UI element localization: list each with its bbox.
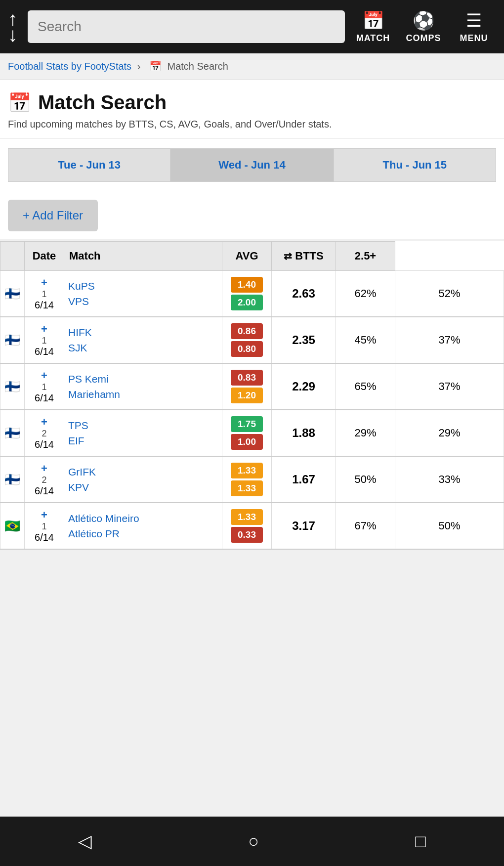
match-num-5: 1 bbox=[29, 521, 60, 532]
row-flag-2: 🇫🇮 bbox=[0, 363, 25, 410]
breadcrumb-current: 📅 Match Search bbox=[149, 61, 231, 72]
col-btts-header: ⇄ BTTS bbox=[272, 242, 336, 271]
row-over-0: 52% bbox=[395, 271, 504, 317]
comps-icon: ⚽ bbox=[413, 10, 435, 31]
match-icon: 📅 bbox=[362, 10, 384, 31]
bottom-nav: ◁ ○ □ bbox=[0, 817, 504, 866]
add-filter-button[interactable]: + Add Filter bbox=[8, 200, 98, 231]
team2-link-5[interactable]: Atlético PR bbox=[68, 526, 218, 542]
row-date-val-2: 6/14 bbox=[29, 392, 60, 404]
row-btts-5: 67% bbox=[336, 503, 395, 549]
row-date-5: + 1 6/14 bbox=[25, 503, 64, 549]
breadcrumb-separator: › bbox=[137, 61, 141, 72]
plus-btn-5[interactable]: + bbox=[29, 509, 60, 521]
row-avg-1: 2.35 bbox=[272, 317, 336, 363]
row-match-1: HIFK SJK bbox=[64, 317, 222, 363]
odds2-badge-2[interactable]: 1.20 bbox=[231, 388, 263, 403]
plus-btn-2[interactable]: + bbox=[29, 369, 60, 382]
back-button[interactable]: ◁ bbox=[78, 831, 92, 852]
row-btts-4: 50% bbox=[336, 456, 395, 503]
menu-icon: ☰ bbox=[466, 10, 482, 31]
row-odds-0: 1.40 2.00 bbox=[222, 271, 272, 317]
match-num-2: 1 bbox=[29, 382, 60, 392]
row-date-val-3: 6/14 bbox=[29, 439, 60, 450]
team1-link-4[interactable]: GrIFK bbox=[68, 464, 218, 480]
row-btts-1: 45% bbox=[336, 317, 395, 363]
row-avg-0: 2.63 bbox=[272, 271, 336, 317]
home-button[interactable]: ○ bbox=[248, 831, 259, 852]
team1-link-0[interactable]: KuPS bbox=[68, 278, 218, 294]
row-avg-4: 1.67 bbox=[272, 456, 336, 503]
row-flag-1: 🇫🇮 bbox=[0, 317, 25, 363]
match-num-3: 2 bbox=[29, 429, 60, 439]
row-btts-2: 65% bbox=[336, 363, 395, 410]
page-title-icon: 📅 bbox=[8, 92, 31, 114]
row-flag-5: 🇧🇷 bbox=[0, 503, 25, 549]
date-tab-2[interactable]: Thu - Jun 15 bbox=[334, 148, 496, 182]
search-input[interactable] bbox=[28, 10, 345, 43]
row-date-2: + 1 6/14 bbox=[25, 363, 64, 410]
row-date-1: + 1 6/14 bbox=[25, 317, 64, 363]
odds2-badge-1[interactable]: 0.80 bbox=[231, 341, 263, 357]
row-match-0: KuPS VPS bbox=[64, 271, 222, 317]
recent-button[interactable]: □ bbox=[415, 831, 426, 852]
row-date-val-5: 6/14 bbox=[29, 532, 60, 543]
plus-btn-0[interactable]: + bbox=[29, 276, 60, 289]
row-odds-2: 0.83 1.20 bbox=[222, 363, 272, 410]
team2-link-1[interactable]: SJK bbox=[68, 340, 218, 356]
row-match-5: Atlético Mineiro Atlético PR bbox=[64, 503, 222, 549]
plus-btn-3[interactable]: + bbox=[29, 416, 60, 429]
btts-arrows-icon: ⇄ bbox=[284, 250, 292, 262]
date-tab-0[interactable]: Tue - Jun 13 bbox=[8, 148, 170, 182]
row-btts-0: 62% bbox=[336, 271, 395, 317]
date-tab-1[interactable]: Wed - Jun 14 bbox=[170, 148, 333, 182]
odds2-badge-4[interactable]: 1.33 bbox=[231, 480, 263, 496]
odds1-badge-4[interactable]: 1.33 bbox=[231, 463, 263, 478]
odds2-badge-5[interactable]: 0.33 bbox=[231, 527, 263, 543]
nav-match[interactable]: 📅 MATCH bbox=[351, 10, 395, 43]
nav-comps[interactable]: ⚽ COMPS bbox=[401, 10, 446, 43]
row-avg-3: 1.88 bbox=[272, 410, 336, 456]
odds1-badge-2[interactable]: 0.83 bbox=[231, 370, 263, 386]
row-btts-3: 29% bbox=[336, 410, 395, 456]
odds2-badge-0[interactable]: 2.00 bbox=[231, 295, 263, 310]
col-flag bbox=[0, 242, 25, 271]
team2-link-0[interactable]: VPS bbox=[68, 294, 218, 309]
row-over-2: 37% bbox=[395, 363, 504, 410]
odds1-badge-0[interactable]: 1.40 bbox=[231, 277, 263, 293]
team1-link-2[interactable]: PS Kemi bbox=[68, 371, 218, 387]
col-avg-header: AVG bbox=[222, 242, 272, 271]
breadcrumb-home[interactable]: Football Stats by FootyStats bbox=[8, 61, 131, 72]
row-flag-0: 🇫🇮 bbox=[0, 271, 25, 317]
row-odds-3: 1.75 1.00 bbox=[222, 410, 272, 456]
team1-link-5[interactable]: Atlético Mineiro bbox=[68, 511, 218, 526]
nav-menu[interactable]: ☰ MENU bbox=[452, 10, 496, 43]
row-flag-4: 🇫🇮 bbox=[0, 456, 25, 503]
table-row: 🇫🇮 + 1 6/14 KuPS VPS 1.40 2.00 2.63 62% … bbox=[0, 271, 504, 317]
team1-link-1[interactable]: HIFK bbox=[68, 325, 218, 341]
odds2-badge-3[interactable]: 1.00 bbox=[231, 434, 263, 450]
plus-btn-4[interactable]: + bbox=[29, 462, 60, 475]
team2-link-3[interactable]: EIF bbox=[68, 433, 218, 449]
page-title: Match Search bbox=[38, 91, 167, 114]
row-flag-3: 🇫🇮 bbox=[0, 410, 25, 456]
header: ↑ ↓ 📅 MATCH ⚽ COMPS ☰ MENU bbox=[0, 0, 504, 53]
page-subtitle: Find upcoming matches by BTTS, CS, AVG, … bbox=[8, 119, 496, 130]
plus-btn-1[interactable]: + bbox=[29, 323, 60, 336]
col-match-header: Match bbox=[64, 242, 222, 271]
table-row: 🇫🇮 + 1 6/14 PS Kemi Mariehamn 0.83 1.20 … bbox=[0, 363, 504, 410]
row-over-1: 37% bbox=[395, 317, 504, 363]
sort-icon[interactable]: ↑ ↓ bbox=[8, 11, 18, 43]
row-date-val-1: 6/14 bbox=[29, 346, 60, 357]
odds1-badge-3[interactable]: 1.75 bbox=[231, 416, 263, 432]
odds1-badge-1[interactable]: 0.86 bbox=[231, 323, 263, 339]
team2-link-2[interactable]: Mariehamn bbox=[68, 387, 218, 402]
team2-link-4[interactable]: KPV bbox=[68, 479, 218, 495]
row-odds-1: 0.86 0.80 bbox=[222, 317, 272, 363]
row-avg-2: 2.29 bbox=[272, 363, 336, 410]
nav-menu-label: MENU bbox=[460, 33, 488, 43]
odds1-badge-5[interactable]: 1.33 bbox=[231, 509, 263, 525]
table-row: 🇫🇮 + 2 6/14 TPS EIF 1.75 1.00 1.88 29% 2… bbox=[0, 410, 504, 456]
team1-link-3[interactable]: TPS bbox=[68, 418, 218, 433]
col-date-header: Date bbox=[25, 242, 64, 271]
